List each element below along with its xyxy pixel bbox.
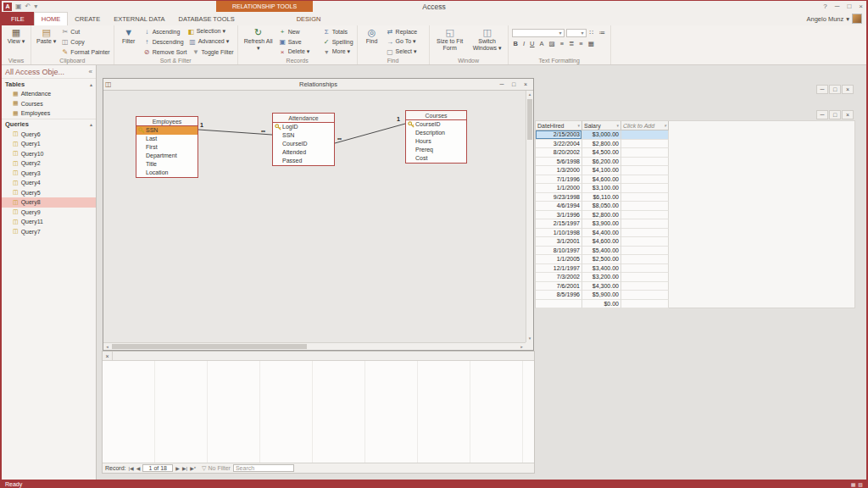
datasheet-row[interactable]: 9/23/1998$6,110.00 bbox=[536, 193, 669, 202]
cell-datehired[interactable]: 1/10/1998 bbox=[536, 229, 582, 238]
rel-field-attendance-courseid[interactable]: CourseID bbox=[273, 140, 334, 148]
ribbon-button-more[interactable]: ▾More ▾ bbox=[323, 48, 350, 56]
ribbon-button-replace[interactable]: ⇄Replace bbox=[387, 28, 426, 36]
cell-salary[interactable]: $6,110.00 bbox=[582, 193, 621, 202]
ribbon-button-go-to[interactable]: →Go To ▾ bbox=[387, 38, 426, 46]
cell-click-to-add[interactable] bbox=[621, 202, 669, 211]
scrollbar-thumb[interactable] bbox=[112, 344, 307, 349]
maximize-icon[interactable]: □ bbox=[847, 3, 851, 10]
cell-salary[interactable]: $8,050.00 bbox=[582, 202, 621, 211]
align-right-icon[interactable]: ≡ bbox=[577, 40, 584, 47]
ribbon-button-ascending[interactable]: ↓Ascending bbox=[143, 28, 182, 36]
rel-field-attendance-ssn[interactable]: SSN bbox=[273, 131, 334, 140]
ribbon-button-find[interactable]: ◎Find bbox=[361, 26, 383, 46]
ribbon-button-copy[interactable]: ◫Copy bbox=[61, 38, 100, 46]
tab-create[interactable]: CREATE bbox=[68, 12, 107, 25]
cell-click-to-add[interactable] bbox=[621, 255, 669, 264]
cell-salary[interactable]: $5,900.00 bbox=[582, 291, 621, 300]
cell-salary[interactable]: $3,200.00 bbox=[582, 273, 621, 282]
customize-qat-icon[interactable]: ▾ bbox=[34, 3, 37, 10]
cell-click-to-add[interactable] bbox=[621, 219, 669, 229]
rel-field-employees-department[interactable]: Department bbox=[136, 152, 198, 160]
scroll-right-icon[interactable]: ▸ bbox=[518, 343, 526, 350]
ribbon-button-delete[interactable]: ×Delete ▾ bbox=[279, 48, 318, 56]
cell-salary[interactable]: $2,500.00 bbox=[582, 255, 621, 264]
cell-datehired[interactable]: 9/23/1998 bbox=[536, 193, 582, 202]
rel-table-attendance[interactable]: AttendanceLogIDSSNCourseIDAttendedPassed bbox=[272, 113, 335, 166]
datasheet-row[interactable]: 1/1/2005$2,500.00 bbox=[536, 255, 669, 264]
column-header-salary[interactable]: Salary▾ bbox=[582, 121, 621, 130]
nav-pane-title-bar[interactable]: All Access Obje... « bbox=[2, 65, 96, 78]
cell-datehired[interactable]: 4/6/1994 bbox=[536, 202, 582, 211]
cell-click-to-add[interactable] bbox=[621, 184, 669, 193]
cell-salary[interactable]: $4,500.00 bbox=[582, 148, 621, 158]
close-icon[interactable]: × bbox=[859, 3, 863, 10]
ribbon-button-descending[interactable]: ↑Descending bbox=[143, 38, 184, 46]
close-icon[interactable]: × bbox=[103, 352, 113, 360]
background-color-icon[interactable]: ▨ bbox=[548, 40, 557, 47]
account-menu[interactable]: Angelo Munz ▾ bbox=[806, 12, 866, 25]
rel-field-courses-description[interactable]: Description bbox=[406, 129, 466, 137]
column-header-datehired[interactable]: DateHired▾ bbox=[536, 121, 582, 130]
datasheet-row[interactable]: 8/5/1996$5,900.00 bbox=[536, 291, 669, 300]
cell-datehired[interactable]: 2/15/2003 bbox=[536, 130, 582, 140]
minimize-icon[interactable]: ─ bbox=[816, 110, 828, 119]
nav-item-attendance[interactable]: ▦Attendance bbox=[2, 89, 96, 99]
ribbon-button-advanced[interactable]: ▥Advanced ▾ bbox=[189, 38, 230, 46]
previous-record-button[interactable]: ◀ bbox=[136, 465, 141, 471]
cell-salary[interactable]: $2,800.00 bbox=[582, 140, 621, 149]
nav-item-query4[interactable]: ◫Query4 bbox=[2, 178, 96, 188]
tab-design[interactable]: DESIGN bbox=[290, 12, 328, 25]
datasheet-row[interactable]: 7/6/2001$4,300.00 bbox=[536, 282, 669, 291]
close-icon[interactable]: × bbox=[842, 85, 854, 94]
rel-field-attendance-attended[interactable]: Attended bbox=[273, 148, 334, 157]
datasheet-row[interactable]: 3/1/2001$4,600.00 bbox=[536, 237, 669, 247]
cell-datehired[interactable]: 3/1/1996 bbox=[536, 211, 582, 220]
cell-datehired[interactable]: 7/6/2001 bbox=[536, 282, 582, 291]
ribbon-button-toggle-filter[interactable]: ▼Toggle Filter bbox=[192, 48, 234, 56]
rel-table-courses[interactable]: CoursesCourseIDDescriptionHoursPrereqCos… bbox=[405, 110, 467, 164]
cell-click-to-add[interactable] bbox=[621, 282, 669, 291]
bullets-icon[interactable]: ∷ bbox=[588, 29, 596, 36]
cell-salary[interactable]: $4,400.00 bbox=[582, 229, 621, 238]
record-position-box[interactable]: 1 of 18 bbox=[142, 464, 173, 472]
rel-field-employees-ssn[interactable]: SSN bbox=[136, 126, 198, 135]
cell-salary[interactable]: $4,600.00 bbox=[582, 175, 621, 185]
new-record-button[interactable]: ▶* bbox=[190, 465, 196, 471]
datasheet-row[interactable]: 3/22/2004$2,800.00 bbox=[536, 140, 669, 149]
nav-item-query6[interactable]: ◫Query6 bbox=[2, 130, 96, 140]
font-family-select[interactable]: ▾ bbox=[512, 29, 565, 37]
horizontal-scrollbar[interactable]: ◂ ▸ bbox=[103, 342, 526, 350]
datasheet-row[interactable]: 7/3/2002$3,200.00 bbox=[536, 273, 669, 282]
gridlines-icon[interactable]: ▦ bbox=[587, 40, 596, 47]
datasheet-row[interactable]: 7/1/1996$4,600.00 bbox=[536, 175, 669, 185]
save-icon[interactable]: ▣ bbox=[15, 3, 22, 10]
cell-click-to-add[interactable] bbox=[621, 148, 669, 158]
cell-datehired[interactable]: 2/15/1997 bbox=[536, 219, 582, 229]
cell-click-to-add[interactable] bbox=[621, 175, 669, 185]
nav-item-query3[interactable]: ◫Query3 bbox=[2, 169, 96, 179]
cell-salary[interactable]: $5,400.00 bbox=[582, 247, 621, 256]
vertical-scrollbar[interactable]: ▴ ▾ bbox=[526, 91, 533, 342]
minimize-icon[interactable]: ─ bbox=[835, 3, 840, 10]
design-view-icon[interactable]: ▧ bbox=[858, 481, 863, 487]
rel-field-courses-courseid[interactable]: CourseID bbox=[406, 120, 466, 129]
ribbon-button-new[interactable]: +New bbox=[279, 28, 318, 36]
filter-status[interactable]: ▽ No Filter bbox=[202, 465, 231, 472]
rel-field-employees-last[interactable]: Last bbox=[136, 135, 198, 143]
cell-click-to-add[interactable] bbox=[621, 229, 669, 238]
ribbon-button-totals[interactable]: ΣTotals bbox=[323, 28, 348, 36]
ribbon-button-select[interactable]: ▢Select ▾ bbox=[387, 48, 426, 56]
last-record-button[interactable]: ▶| bbox=[182, 465, 187, 471]
cell-datehired[interactable]: 8/20/2002 bbox=[536, 148, 582, 158]
underline-icon[interactable]: U bbox=[528, 40, 536, 47]
restore-icon[interactable]: □ bbox=[829, 110, 841, 119]
datasheet-row[interactable]: 2/15/1997$3,900.00 bbox=[536, 219, 669, 229]
ribbon-button-remove-sort[interactable]: ⊘Remove Sort bbox=[143, 48, 187, 56]
rel-field-employees-title[interactable]: Title bbox=[136, 160, 198, 169]
maximize-icon[interactable]: □ bbox=[508, 80, 520, 90]
rel-field-courses-hours[interactable]: Hours bbox=[406, 137, 466, 146]
cell-click-to-add[interactable] bbox=[621, 193, 669, 202]
ribbon-button-cut[interactable]: ✂Cut bbox=[61, 28, 100, 36]
rel-field-attendance-logid[interactable]: LogID bbox=[273, 123, 334, 131]
